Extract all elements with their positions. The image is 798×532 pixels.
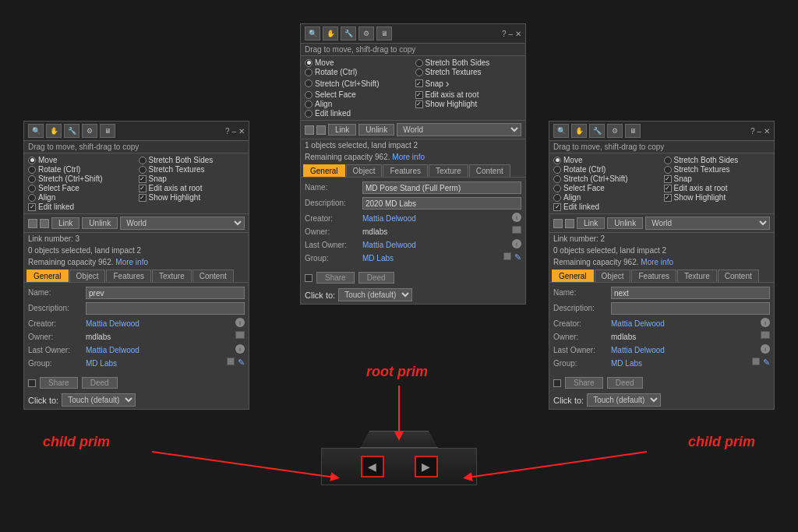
c-snap-checkbox[interactable]: ✓	[415, 79, 423, 87]
r-show-highlight-checkbox[interactable]: ✓	[664, 194, 672, 202]
c-tool-icon-2[interactable]: ✋	[323, 26, 338, 41]
c-stretch-radio[interactable]	[305, 79, 312, 87]
c-show-highlight-option[interactable]: ✓ Show Highlight	[415, 100, 522, 108]
left-move-option[interactable]: Move	[28, 156, 135, 164]
center-tab-object[interactable]: Object	[346, 164, 383, 177]
center-group-edit-icon[interactable]: ✎	[514, 252, 521, 262]
r-stretch-radio[interactable]	[553, 175, 561, 183]
left-stretch-textures-option[interactable]: Stretch Textures	[139, 165, 245, 174]
left-name-input[interactable]	[86, 287, 245, 299]
left-edit-axis-option[interactable]: ✓ Edit axis at root	[139, 184, 245, 192]
center-unlink-button[interactable]: Unlink	[358, 124, 394, 136]
c-stretch-both-radio[interactable]	[415, 59, 423, 67]
center-tab-general[interactable]: General	[303, 164, 345, 177]
r-move-radio[interactable]	[553, 157, 561, 164]
c-edit-axis-checkbox[interactable]: ✓	[415, 91, 423, 99]
right-unlink-button[interactable]: Unlink	[607, 217, 643, 229]
left-stretch-both-option[interactable]: Stretch Both Sides	[139, 156, 245, 164]
left-lastowner-value[interactable]: Mattia Delwood	[86, 344, 232, 354]
left-move-radio[interactable]	[28, 157, 36, 164]
right-click-to-select[interactable]: Touch (default)	[587, 393, 661, 407]
left-edit-axis-checkbox[interactable]: ✓	[139, 185, 147, 192]
c-tool-icon-5[interactable]: 🖥	[376, 26, 392, 41]
c-edit-linked-radio[interactable]	[305, 110, 312, 118]
center-group-value[interactable]: MD Labs	[362, 252, 500, 262]
c-select-face-option[interactable]: Select Face	[305, 90, 411, 99]
c-select-face-radio[interactable]	[305, 91, 312, 99]
center-deed-button[interactable]: Deed	[358, 272, 394, 284]
right-name-input[interactable]	[611, 287, 770, 299]
center-tab-content[interactable]: Content	[469, 164, 510, 177]
right-creator-value[interactable]: Mattia Delwood	[611, 318, 757, 328]
right-more-info-link[interactable]: More info	[641, 258, 673, 266]
center-share-button[interactable]: Share	[316, 272, 355, 284]
c-tool-icon-1[interactable]: 🔍	[305, 26, 320, 41]
center-tab-texture[interactable]: Texture	[429, 164, 468, 177]
r-stretch-both-option[interactable]: Stretch Both Sides	[664, 156, 771, 164]
r-stretch-textures-option[interactable]: Stretch Textures	[664, 165, 771, 174]
c-move-radio[interactable]	[305, 59, 312, 67]
right-tab-object[interactable]: Object	[595, 270, 631, 282]
center-desc-input[interactable]	[362, 197, 521, 210]
left-deed-button[interactable]: Deed	[82, 377, 118, 389]
right-tab-texture[interactable]: Texture	[677, 270, 717, 282]
center-click-to-select[interactable]: Touch (default)	[338, 288, 412, 301]
right-tab-general[interactable]: General	[552, 270, 594, 282]
left-tab-object[interactable]: Object	[69, 270, 106, 282]
c-tool-icon-4[interactable]: ⚙	[358, 26, 374, 41]
center-lastowner-value[interactable]: Mattia Delwood	[362, 239, 509, 249]
r-close-btn[interactable]: ✕	[764, 127, 770, 136]
r-rotate-radio[interactable]	[553, 166, 561, 174]
r-tool-icon-2[interactable]: ✋	[571, 124, 587, 138]
c-snap-option[interactable]: ✓ Snap ›	[415, 77, 522, 90]
r-tool-icon-1[interactable]: 🔍	[553, 124, 569, 138]
left-stretch-textures-radio[interactable]	[139, 166, 147, 174]
tool-icon-1[interactable]: 🔍	[28, 124, 44, 138]
r-select-face-radio[interactable]	[553, 185, 561, 192]
right-button-next[interactable]: ▶	[415, 456, 438, 477]
center-tab-features[interactable]: Features	[383, 164, 427, 177]
left-unlink-button[interactable]: Unlink	[82, 217, 118, 229]
tool-icon-5[interactable]: 🖥	[100, 124, 115, 138]
left-edit-linked-option[interactable]: ✓ Edit linked	[28, 203, 135, 211]
c-rotate-option[interactable]: Rotate (Ctrl)	[305, 68, 411, 76]
left-show-highlight-checkbox[interactable]: ✓	[139, 194, 147, 202]
center-share-checkbox[interactable]	[305, 274, 312, 282]
left-snap-option[interactable]: ✓ Snap	[139, 174, 245, 183]
left-tab-features[interactable]: Features	[106, 270, 150, 282]
tool-icon-2[interactable]: ✋	[46, 124, 62, 138]
right-group-value[interactable]: MD Labs	[611, 358, 749, 368]
right-link-button[interactable]: Link	[577, 217, 605, 229]
left-align-radio[interactable]	[28, 194, 36, 202]
left-share-button[interactable]: Share	[40, 377, 78, 389]
r-snap-checkbox[interactable]: ✓	[664, 175, 672, 183]
r-align-radio[interactable]	[553, 194, 561, 202]
center-name-input[interactable]	[362, 181, 521, 194]
center-creator-value[interactable]: Mattia Delwood	[362, 213, 509, 223]
right-tab-features[interactable]: Features	[631, 270, 676, 282]
r-rotate-option[interactable]: Rotate (Ctrl)	[553, 165, 660, 174]
right-group-edit-icon[interactable]: ✎	[763, 358, 770, 368]
left-more-info-link[interactable]: More info	[115, 258, 148, 266]
left-stretch-radio[interactable]	[28, 175, 36, 183]
right-lastowner-value[interactable]: Mattia Delwood	[611, 344, 757, 354]
left-snap-checkbox[interactable]: ✓	[139, 175, 147, 183]
center-world-select[interactable]: World	[397, 123, 521, 136]
center-more-info-link[interactable]: More info	[392, 153, 425, 161]
r-align-option[interactable]: Align	[553, 193, 660, 202]
left-stretch-both-radio[interactable]	[139, 157, 147, 164]
right-world-select[interactable]: World	[645, 217, 770, 230]
left-edit-linked-checkbox[interactable]: ✓	[28, 203, 36, 211]
left-click-to-select[interactable]: Touch (default)	[62, 393, 136, 407]
r-tool-icon-3[interactable]: 🔧	[589, 124, 605, 138]
c-edit-axis-option[interactable]: ✓ Edit axis at root	[415, 90, 522, 99]
c-stretch-textures-option[interactable]: Stretch Textures	[415, 68, 522, 76]
right-tab-content[interactable]: Content	[718, 270, 759, 282]
c-show-highlight-checkbox[interactable]: ✓	[415, 100, 423, 108]
r-snap-option[interactable]: ✓ Snap	[664, 174, 771, 183]
left-tab-content[interactable]: Content	[192, 270, 234, 282]
c-align-radio[interactable]	[305, 100, 312, 108]
c-rotate-radio[interactable]	[305, 69, 312, 76]
c-stretch-textures-radio[interactable]	[415, 69, 423, 76]
left-rotate-option[interactable]: Rotate (Ctrl)	[28, 165, 135, 174]
